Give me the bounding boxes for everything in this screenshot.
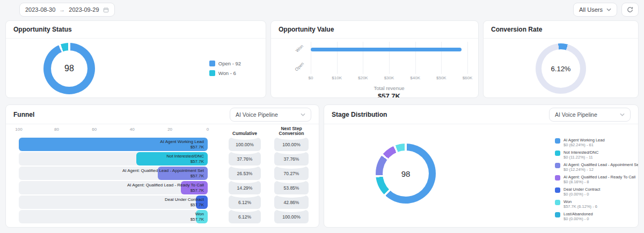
cumulative-badge: 6.12% (229, 196, 261, 209)
cumulative-badge-value: 100.00% (236, 142, 254, 147)
user-filter-select[interactable]: All Users (573, 3, 617, 17)
funnel-stage-value: $57.7K (160, 145, 204, 150)
next-step-badge-value: 70.27% (284, 171, 299, 176)
funnel-row: AI Agent: Qualified Lead - Appointment S… (19, 167, 208, 180)
legend-swatch (555, 187, 560, 193)
total-revenue-value: $57.7K (300, 92, 478, 98)
x-tick-label: $20K (358, 76, 368, 80)
funnel-axis-tick: 20 (167, 127, 172, 132)
conversion-rate-value: 6.12% (551, 65, 571, 73)
stage-legend-text: AI Agent Working Lead$0 (62.24%) - 61 (564, 138, 605, 147)
next-step-badge-value: 42.86% (284, 200, 299, 205)
stage-legend-value: $0 (11.22%) - 11 (564, 155, 598, 160)
next-step-badge-value: 100.00% (282, 214, 301, 220)
stage-legend-text: AI Agent: Qualified Lead - Ready To Call… (564, 175, 635, 184)
opportunity-value-chart: WonOpen (311, 42, 467, 74)
stage-pipeline-select[interactable]: AI Voice Pipeline (549, 108, 631, 122)
topbar: 2023-08-30 → 2023-09-29 All Users (0, 0, 644, 19)
legend-swatch (555, 151, 560, 156)
stage-legend-name: AI Agent: Qualified Lead - Appointment S… (564, 162, 639, 167)
funnel-row-label: AI Agent: Qualified Lead - Appointment S… (122, 168, 204, 179)
funnel-stage-name: Not Interested/DNC (166, 154, 204, 159)
stage-distribution-title: Stage Distribution (332, 111, 387, 118)
cumulative-badge: 37.76% (229, 152, 261, 166)
cumulative-badge-value: 26.53% (237, 171, 253, 176)
funnel-axis-tick: 100 (15, 127, 22, 132)
stage-legend-item[interactable]: AI Agent: Qualified Lead - Ready To Call… (555, 175, 639, 184)
opportunity-status-legend: Open - 92 Won - 6 (209, 61, 241, 76)
y-category-label: Open (292, 59, 307, 74)
gridline (337, 42, 338, 74)
stage-legend-name: Deal Under Contract (564, 187, 600, 192)
next-step-badge: 100.00% (274, 210, 309, 223)
opportunity-status-title: Opportunity Status (13, 26, 72, 33)
stage-legend-text: Deal Under Contract$0 (0.00%) - 0 (564, 187, 600, 197)
x-tick-label: $10K (332, 76, 342, 80)
stage-legend-item[interactable]: Not Interested/DNC$0 (11.22%) - 11 (555, 150, 639, 160)
refresh-button[interactable] (621, 3, 639, 17)
stage-distribution-donut: 98 (376, 144, 436, 204)
legend-item-open[interactable]: Open - 92 (209, 61, 241, 66)
legend-swatch (555, 175, 560, 181)
funnel-row-label: Won$57.7K (191, 212, 204, 222)
funnel-stage-name: AI Agent: Qualified Lead - Ready To Call (127, 183, 204, 188)
funnel-stage-value: $57.7K (166, 159, 204, 164)
x-tick-label: $30K (384, 76, 394, 80)
funnel-pipeline-select[interactable]: AI Voice Pipeline (230, 108, 311, 122)
funnel-row: Won$57.7K (19, 210, 208, 223)
x-tick-label: $0 (309, 76, 313, 80)
total-revenue-label: Total revenue (300, 85, 478, 91)
stage-legend-text: Lost/Abandoned$0 (0.00%) - 0 (564, 212, 593, 221)
funnel-pipeline-value: AI Voice Pipeline (236, 111, 278, 118)
legend-swatch (555, 138, 560, 144)
funnel-stage-name: Deal Under Contract (165, 197, 204, 202)
funnel-row: AI Agent Working Lead$57.7K (19, 138, 208, 151)
cumulative-badge: 14.29% (229, 181, 261, 194)
gridline (467, 42, 468, 74)
stage-legend-name: Won (564, 199, 597, 204)
opportunity-status-total: 98 (64, 64, 74, 73)
conversion-rate-title: Conversion Rate (491, 26, 542, 33)
next-step-column: 100.00%37.76%70.27%53.85%42.86%100.00% (274, 138, 309, 224)
y-category-label: Won (292, 41, 307, 56)
funnel-stage-value: $57.7K (165, 202, 204, 208)
stage-legend-text: Not Interested/DNC$0 (11.22%) - 11 (564, 150, 598, 160)
funnel-stage-name: Won (191, 212, 204, 217)
opportunity-value-x-axis: $0$10K$20K$30K$40K$50K$60K (311, 76, 467, 81)
funnel-title: Funnel (13, 111, 34, 118)
cumulative-badge-value: 6.12% (238, 214, 251, 220)
stage-legend-value: $0 (62.24%) - 61 (564, 142, 605, 147)
stage-legend-value: $0 (0.00%) - 0 (564, 216, 593, 221)
stage-distribution-card: Stage Distribution AI Voice Pipeline 98 … (324, 104, 639, 228)
date-end[interactable]: 2023-09-29 (69, 6, 99, 13)
legend-item-won[interactable]: Won - 6 (209, 70, 241, 76)
next-step-badge-value: 53.85% (284, 185, 299, 191)
stage-legend-value: $57.7K (6.12%) - 6 (564, 204, 597, 209)
legend-swatch (555, 163, 560, 168)
gridline (441, 42, 442, 74)
funnel-rows: AI Agent Working Lead$57.7KNot Intereste… (19, 138, 208, 224)
x-tick-label: $60K (463, 76, 473, 80)
next-step-badge: 37.76% (274, 152, 309, 166)
stage-legend-item[interactable]: Lost/Abandoned$0 (0.00%) - 0 (555, 212, 639, 221)
date-range-picker[interactable]: 2023-08-30 → 2023-09-29 (19, 3, 115, 17)
chevron-down-icon (301, 113, 305, 116)
user-filter-value: All Users (579, 6, 603, 13)
funnel-axis-tick: 0 (207, 127, 209, 132)
x-tick-label: $50K (436, 76, 447, 80)
next-step-badge: 70.27% (274, 167, 309, 180)
cumulative-badge: 26.53% (229, 167, 261, 180)
funnel-axis: 100806040200 (19, 127, 208, 133)
opportunity-value-title: Opportunity Value (279, 26, 334, 33)
funnel-row: Not Interested/DNC$57.7K (19, 152, 208, 166)
stage-legend-item[interactable]: Won$57.7K (6.12%) - 6 (555, 199, 639, 209)
stage-legend-item[interactable]: AI Agent Working Lead$0 (62.24%) - 61 (555, 138, 639, 147)
date-start[interactable]: 2023-08-30 (25, 6, 55, 13)
stage-distribution-legend: AI Agent Working Lead$0 (62.24%) - 61Not… (555, 138, 639, 224)
stage-legend-item[interactable]: Deal Under Contract$0 (0.00%) - 0 (555, 187, 639, 197)
legend-label-won: Won - 6 (218, 70, 236, 76)
cumulative-badge: 100.00% (229, 138, 261, 151)
funnel-row-label: AI Agent: Qualified Lead - Ready To Call… (127, 183, 204, 193)
stage-legend-item[interactable]: AI Agent: Qualified Lead - Appointment S… (555, 162, 639, 172)
stage-legend-name: Not Interested/DNC (564, 150, 598, 155)
